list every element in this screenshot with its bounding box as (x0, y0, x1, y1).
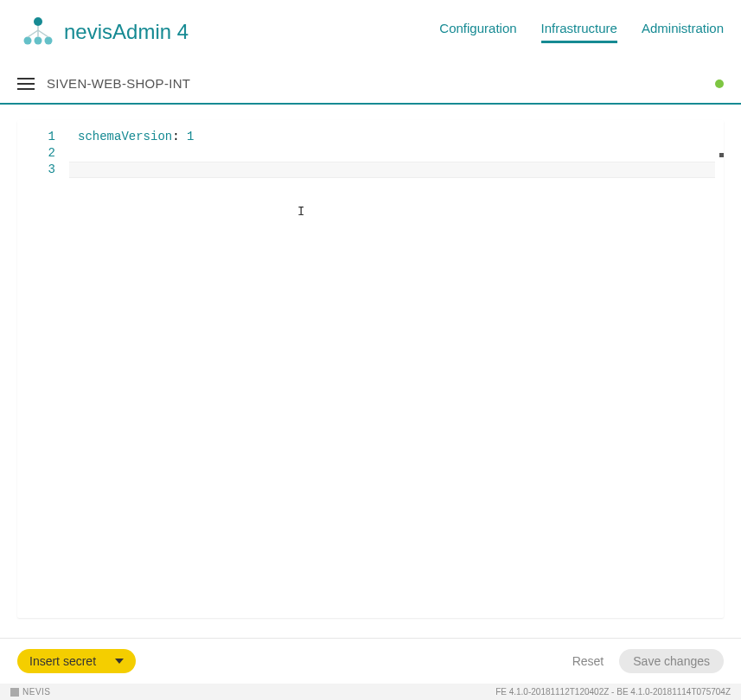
footer-brand-text: NEVIS (22, 687, 51, 697)
insert-secret-label: Insert secret (29, 654, 96, 668)
code-line: schemaVersion: 1 (69, 129, 724, 145)
app-header: nevisAdmin 4 Configuration Infrastructur… (0, 0, 741, 64)
main-nav: Configuration Infrastructure Administrat… (439, 21, 724, 43)
brand-title: nevisAdmin 4 (64, 20, 188, 44)
toolbar-left: SIVEN-WEB-SHOP-INT (17, 76, 190, 91)
project-name: SIVEN-WEB-SHOP-INT (47, 76, 190, 91)
status-footer: NEVIS FE 4.1.0-20181112T120402Z - BE 4.1… (0, 684, 741, 700)
line-number: 1 (17, 129, 69, 145)
nav-infrastructure[interactable]: Infrastructure (541, 21, 617, 43)
nav-configuration[interactable]: Configuration (439, 21, 516, 43)
footer-brand-mark-icon (10, 688, 19, 697)
brand: nevisAdmin 4 (21, 15, 188, 49)
chevron-down-icon (115, 659, 124, 664)
scrollbar-thumb[interactable] (719, 153, 724, 157)
footer-brand: NEVIS (10, 687, 51, 697)
nav-administration[interactable]: Administration (642, 21, 724, 43)
reset-button[interactable]: Reset (572, 654, 604, 668)
project-toolbar: SIVEN-WEB-SHOP-INT (0, 64, 741, 105)
svg-point-1 (24, 37, 32, 45)
svg-line-6 (38, 30, 48, 37)
svg-line-5 (28, 30, 38, 37)
code-area[interactable]: schemaVersion: 1 I (69, 120, 724, 618)
editor-scrollbar[interactable] (713, 120, 724, 618)
yaml-value: 1 (187, 130, 194, 143)
footer-version: FE 4.1.0-20181112T120402Z - BE 4.1.0-201… (495, 687, 731, 697)
status-indicator-icon (715, 80, 724, 88)
line-number: 2 (17, 145, 69, 162)
text-cursor-icon: I (297, 205, 304, 219)
yaml-key: schemaVersion (78, 130, 172, 143)
svg-point-0 (34, 17, 42, 26)
line-gutter: 1 2 3 (17, 120, 69, 618)
insert-secret-button[interactable]: Insert secret (17, 649, 136, 673)
nevis-logo-icon (21, 15, 55, 49)
current-line-highlight (69, 162, 715, 178)
code-editor[interactable]: 1 2 3 schemaVersion: 1 I (17, 120, 724, 618)
save-changes-button[interactable]: Save changes (619, 649, 724, 673)
svg-point-2 (35, 37, 42, 45)
action-bar-right: Reset Save changes (572, 649, 724, 673)
svg-point-3 (45, 37, 53, 45)
menu-icon[interactable] (17, 78, 35, 90)
editor-panel: 1 2 3 schemaVersion: 1 I (17, 120, 724, 618)
line-number: 3 (17, 162, 69, 178)
main-content: 1 2 3 schemaVersion: 1 I (0, 105, 741, 618)
code-line (69, 145, 724, 162)
action-bar: Insert secret Reset Save changes (0, 638, 741, 684)
